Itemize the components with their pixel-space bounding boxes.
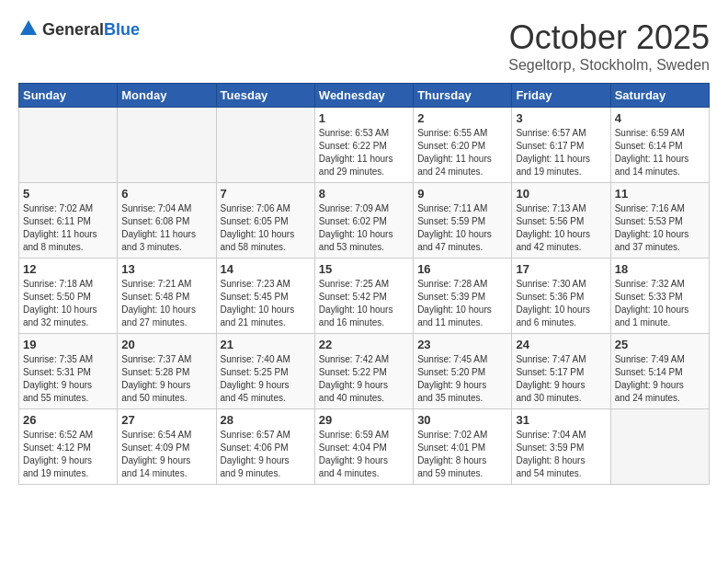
day-number: 18 <box>615 262 705 276</box>
day-info: Sunrise: 7:42 AM Sunset: 5:22 PM Dayligh… <box>319 353 409 405</box>
calendar-week-row: 26Sunrise: 6:52 AM Sunset: 4:12 PM Dayli… <box>19 409 710 485</box>
calendar-cell: 10Sunrise: 7:13 AM Sunset: 5:56 PM Dayli… <box>512 183 610 259</box>
weekday-header: Wednesday <box>314 84 413 108</box>
title-block: October 2025 Segeltorp, Stockholm, Swede… <box>508 18 710 74</box>
day-info: Sunrise: 7:49 AM Sunset: 5:14 PM Dayligh… <box>615 353 705 405</box>
weekday-header: Monday <box>118 84 216 108</box>
calendar-cell: 28Sunrise: 6:57 AM Sunset: 4:06 PM Dayli… <box>216 409 314 485</box>
calendar-cell: 17Sunrise: 7:30 AM Sunset: 5:36 PM Dayli… <box>512 259 610 334</box>
calendar-week-row: 5Sunrise: 7:02 AM Sunset: 6:11 PM Daylig… <box>19 183 710 259</box>
calendar-cell: 15Sunrise: 7:25 AM Sunset: 5:42 PM Dayli… <box>314 259 413 334</box>
page-header: GeneralBlue October 2025 Segeltorp, Stoc… <box>18 18 710 74</box>
calendar-cell: 21Sunrise: 7:40 AM Sunset: 5:25 PM Dayli… <box>216 334 314 409</box>
day-info: Sunrise: 7:18 AM Sunset: 5:50 PM Dayligh… <box>23 278 113 329</box>
calendar-cell: 31Sunrise: 7:04 AM Sunset: 3:59 PM Dayli… <box>512 409 610 485</box>
logo-blue-text: Blue <box>104 20 140 39</box>
day-number: 20 <box>121 338 211 351</box>
calendar-cell <box>216 108 314 183</box>
day-info: Sunrise: 7:16 AM Sunset: 5:53 PM Dayligh… <box>615 202 705 254</box>
calendar-cell: 14Sunrise: 7:23 AM Sunset: 5:45 PM Dayli… <box>216 259 314 334</box>
day-info: Sunrise: 7:06 AM Sunset: 6:05 PM Dayligh… <box>221 202 311 254</box>
day-info: Sunrise: 6:59 AM Sunset: 4:04 PM Dayligh… <box>319 429 409 480</box>
day-number: 4 <box>615 111 705 125</box>
logo: GeneralBlue <box>18 18 140 42</box>
day-number: 12 <box>23 262 113 276</box>
day-info: Sunrise: 7:25 AM Sunset: 5:42 PM Dayligh… <box>319 278 409 329</box>
weekday-header: Friday <box>512 84 610 108</box>
calendar-cell: 8Sunrise: 7:09 AM Sunset: 6:02 PM Daylig… <box>314 183 413 259</box>
calendar-cell: 30Sunrise: 7:02 AM Sunset: 4:01 PM Dayli… <box>414 409 512 485</box>
day-info: Sunrise: 7:02 AM Sunset: 6:11 PM Dayligh… <box>23 202 113 254</box>
calendar-cell: 19Sunrise: 7:35 AM Sunset: 5:31 PM Dayli… <box>19 334 118 409</box>
day-info: Sunrise: 7:02 AM Sunset: 4:01 PM Dayligh… <box>417 429 507 480</box>
day-number: 26 <box>23 413 113 427</box>
day-number: 10 <box>516 187 606 201</box>
day-number: 17 <box>516 262 606 276</box>
day-info: Sunrise: 7:35 AM Sunset: 5:31 PM Dayligh… <box>23 353 113 405</box>
calendar-cell: 12Sunrise: 7:18 AM Sunset: 5:50 PM Dayli… <box>19 259 118 334</box>
day-number: 23 <box>417 338 507 351</box>
calendar-table: SundayMondayTuesdayWednesdayThursdayFrid… <box>18 83 710 485</box>
day-number: 29 <box>319 413 409 427</box>
weekday-header: Saturday <box>610 84 709 108</box>
day-number: 28 <box>221 413 311 427</box>
day-number: 16 <box>417 262 507 276</box>
calendar-cell: 3Sunrise: 6:57 AM Sunset: 6:17 PM Daylig… <box>512 108 610 183</box>
day-number: 21 <box>221 338 311 351</box>
calendar-cell: 11Sunrise: 7:16 AM Sunset: 5:53 PM Dayli… <box>610 183 709 259</box>
calendar-cell: 27Sunrise: 6:54 AM Sunset: 4:09 PM Dayli… <box>118 409 216 485</box>
day-number: 8 <box>319 187 409 201</box>
day-info: Sunrise: 7:09 AM Sunset: 6:02 PM Dayligh… <box>319 202 409 254</box>
day-info: Sunrise: 7:04 AM Sunset: 3:59 PM Dayligh… <box>516 429 606 480</box>
day-info: Sunrise: 7:23 AM Sunset: 5:45 PM Dayligh… <box>221 278 311 329</box>
calendar-cell: 22Sunrise: 7:42 AM Sunset: 5:22 PM Dayli… <box>314 334 413 409</box>
day-number: 14 <box>221 262 311 276</box>
day-number: 30 <box>417 413 507 427</box>
day-number: 1 <box>319 111 409 125</box>
weekday-header: Sunday <box>19 84 118 108</box>
day-number: 11 <box>615 187 705 201</box>
day-info: Sunrise: 6:57 AM Sunset: 6:17 PM Dayligh… <box>516 127 606 178</box>
day-info: Sunrise: 7:28 AM Sunset: 5:39 PM Dayligh… <box>417 278 507 329</box>
calendar-cell: 24Sunrise: 7:47 AM Sunset: 5:17 PM Dayli… <box>512 334 610 409</box>
calendar-week-row: 19Sunrise: 7:35 AM Sunset: 5:31 PM Dayli… <box>19 334 710 409</box>
calendar-cell: 6Sunrise: 7:04 AM Sunset: 6:08 PM Daylig… <box>118 183 216 259</box>
calendar-cell: 26Sunrise: 6:52 AM Sunset: 4:12 PM Dayli… <box>19 409 118 485</box>
day-info: Sunrise: 7:47 AM Sunset: 5:17 PM Dayligh… <box>516 353 606 405</box>
calendar-cell: 5Sunrise: 7:02 AM Sunset: 6:11 PM Daylig… <box>19 183 118 259</box>
day-number: 24 <box>516 338 606 351</box>
day-info: Sunrise: 7:21 AM Sunset: 5:48 PM Dayligh… <box>121 278 211 329</box>
day-info: Sunrise: 6:57 AM Sunset: 4:06 PM Dayligh… <box>221 429 311 480</box>
day-number: 22 <box>319 338 409 351</box>
day-info: Sunrise: 7:30 AM Sunset: 5:36 PM Dayligh… <box>516 278 606 329</box>
calendar-cell: 9Sunrise: 7:11 AM Sunset: 5:59 PM Daylig… <box>414 183 512 259</box>
day-info: Sunrise: 7:40 AM Sunset: 5:25 PM Dayligh… <box>221 353 311 405</box>
weekday-header-row: SundayMondayTuesdayWednesdayThursdayFrid… <box>19 84 710 108</box>
day-number: 9 <box>417 187 507 201</box>
day-number: 27 <box>121 413 211 427</box>
logo-general-text: General <box>42 20 104 39</box>
calendar-cell: 18Sunrise: 7:32 AM Sunset: 5:33 PM Dayli… <box>610 259 709 334</box>
calendar-week-row: 12Sunrise: 7:18 AM Sunset: 5:50 PM Dayli… <box>19 259 710 334</box>
day-info: Sunrise: 7:45 AM Sunset: 5:20 PM Dayligh… <box>417 353 507 405</box>
day-number: 13 <box>121 262 211 276</box>
day-number: 15 <box>319 262 409 276</box>
day-info: Sunrise: 7:11 AM Sunset: 5:59 PM Dayligh… <box>417 202 507 254</box>
month-title: October 2025 <box>508 18 710 57</box>
day-info: Sunrise: 6:59 AM Sunset: 6:14 PM Dayligh… <box>615 127 705 178</box>
calendar-cell: 1Sunrise: 6:53 AM Sunset: 6:22 PM Daylig… <box>314 108 413 183</box>
weekday-header: Thursday <box>414 84 512 108</box>
calendar-cell: 7Sunrise: 7:06 AM Sunset: 6:05 PM Daylig… <box>216 183 314 259</box>
logo-icon <box>18 18 39 39</box>
day-number: 19 <box>23 338 113 351</box>
day-info: Sunrise: 6:53 AM Sunset: 6:22 PM Dayligh… <box>319 127 409 178</box>
weekday-header: Tuesday <box>216 84 314 108</box>
day-number: 3 <box>516 111 606 125</box>
day-number: 25 <box>615 338 705 351</box>
calendar-cell: 29Sunrise: 6:59 AM Sunset: 4:04 PM Dayli… <box>314 409 413 485</box>
day-number: 7 <box>221 187 311 201</box>
day-info: Sunrise: 7:13 AM Sunset: 5:56 PM Dayligh… <box>516 202 606 254</box>
calendar-cell: 4Sunrise: 6:59 AM Sunset: 6:14 PM Daylig… <box>610 108 709 183</box>
calendar-week-row: 1Sunrise: 6:53 AM Sunset: 6:22 PM Daylig… <box>19 108 710 183</box>
calendar-cell: 2Sunrise: 6:55 AM Sunset: 6:20 PM Daylig… <box>414 108 512 183</box>
